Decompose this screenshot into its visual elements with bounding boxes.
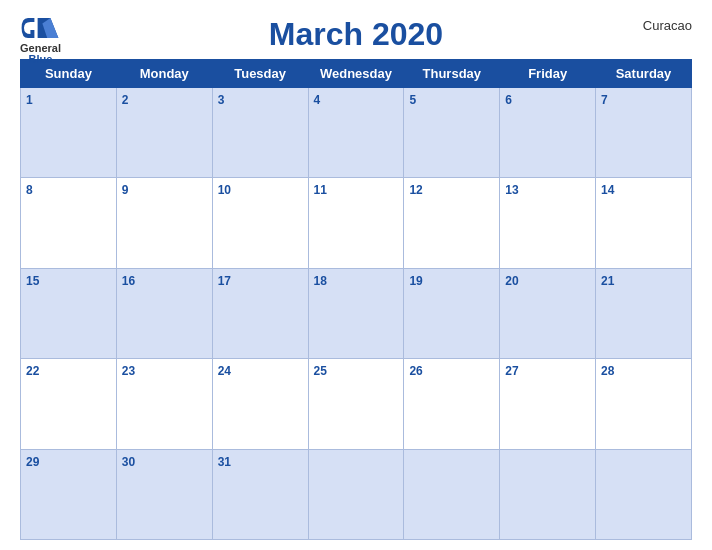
calendar-body: 1234567891011121314151617181920212223242… xyxy=(21,88,692,540)
calendar-week-row: 22232425262728 xyxy=(21,359,692,449)
calendar-day-29: 29 xyxy=(21,449,117,539)
calendar-day-26: 26 xyxy=(404,359,500,449)
calendar-day-24: 24 xyxy=(212,359,308,449)
calendar-day-10: 10 xyxy=(212,178,308,268)
calendar-day-31: 31 xyxy=(212,449,308,539)
calendar-title: March 2020 xyxy=(269,16,443,53)
calendar-day-empty xyxy=(404,449,500,539)
calendar-week-row: 1234567 xyxy=(21,88,692,178)
calendar-day-30: 30 xyxy=(116,449,212,539)
calendar-day-empty xyxy=(596,449,692,539)
calendar-day-23: 23 xyxy=(116,359,212,449)
calendar-table: SundayMondayTuesdayWednesdayThursdayFrid… xyxy=(20,59,692,540)
day-number: 12 xyxy=(409,183,422,197)
day-number: 29 xyxy=(26,455,39,469)
calendar-header-row: SundayMondayTuesdayWednesdayThursdayFrid… xyxy=(21,60,692,88)
logo: General Blue xyxy=(20,14,61,65)
day-number: 27 xyxy=(505,364,518,378)
calendar-day-5: 5 xyxy=(404,88,500,178)
calendar-day-16: 16 xyxy=(116,268,212,358)
day-number: 28 xyxy=(601,364,614,378)
day-number: 16 xyxy=(122,274,135,288)
day-number: 18 xyxy=(314,274,327,288)
calendar-day-15: 15 xyxy=(21,268,117,358)
calendar-week-row: 293031 xyxy=(21,449,692,539)
calendar-header: General Blue March 2020 Curacao xyxy=(20,10,692,53)
day-number: 3 xyxy=(218,93,225,107)
weekday-tuesday: Tuesday xyxy=(212,60,308,88)
day-number: 2 xyxy=(122,93,129,107)
day-number: 24 xyxy=(218,364,231,378)
calendar-day-4: 4 xyxy=(308,88,404,178)
calendar-day-8: 8 xyxy=(21,178,117,268)
day-number: 11 xyxy=(314,183,327,197)
calendar-day-14: 14 xyxy=(596,178,692,268)
calendar-day-3: 3 xyxy=(212,88,308,178)
calendar-week-row: 15161718192021 xyxy=(21,268,692,358)
calendar-day-13: 13 xyxy=(500,178,596,268)
day-number: 25 xyxy=(314,364,327,378)
country-label: Curacao xyxy=(643,18,692,33)
calendar-day-2: 2 xyxy=(116,88,212,178)
calendar-day-25: 25 xyxy=(308,359,404,449)
calendar-day-empty xyxy=(308,449,404,539)
day-number: 23 xyxy=(122,364,135,378)
day-number: 6 xyxy=(505,93,512,107)
calendar-week-row: 891011121314 xyxy=(21,178,692,268)
day-number: 17 xyxy=(218,274,231,288)
day-number: 26 xyxy=(409,364,422,378)
calendar-day-9: 9 xyxy=(116,178,212,268)
logo-icon xyxy=(20,14,60,42)
weekday-thursday: Thursday xyxy=(404,60,500,88)
day-number: 9 xyxy=(122,183,129,197)
day-number: 8 xyxy=(26,183,33,197)
weekday-header-row: SundayMondayTuesdayWednesdayThursdayFrid… xyxy=(21,60,692,88)
day-number: 1 xyxy=(26,93,33,107)
calendar-day-28: 28 xyxy=(596,359,692,449)
weekday-friday: Friday xyxy=(500,60,596,88)
calendar-day-20: 20 xyxy=(500,268,596,358)
day-number: 5 xyxy=(409,93,416,107)
day-number: 22 xyxy=(26,364,39,378)
calendar-day-18: 18 xyxy=(308,268,404,358)
calendar-day-19: 19 xyxy=(404,268,500,358)
calendar-day-1: 1 xyxy=(21,88,117,178)
logo-blue-text: Blue xyxy=(29,54,53,65)
calendar-day-17: 17 xyxy=(212,268,308,358)
day-number: 15 xyxy=(26,274,39,288)
weekday-wednesday: Wednesday xyxy=(308,60,404,88)
calendar-day-empty xyxy=(500,449,596,539)
day-number: 14 xyxy=(601,183,614,197)
day-number: 19 xyxy=(409,274,422,288)
weekday-monday: Monday xyxy=(116,60,212,88)
weekday-saturday: Saturday xyxy=(596,60,692,88)
day-number: 10 xyxy=(218,183,231,197)
day-number: 20 xyxy=(505,274,518,288)
calendar-day-22: 22 xyxy=(21,359,117,449)
day-number: 4 xyxy=(314,93,321,107)
day-number: 31 xyxy=(218,455,231,469)
day-number: 30 xyxy=(122,455,135,469)
calendar-day-6: 6 xyxy=(500,88,596,178)
day-number: 13 xyxy=(505,183,518,197)
day-number: 7 xyxy=(601,93,608,107)
calendar-day-21: 21 xyxy=(596,268,692,358)
calendar-day-27: 27 xyxy=(500,359,596,449)
calendar-day-7: 7 xyxy=(596,88,692,178)
day-number: 21 xyxy=(601,274,614,288)
calendar-day-12: 12 xyxy=(404,178,500,268)
calendar-day-11: 11 xyxy=(308,178,404,268)
